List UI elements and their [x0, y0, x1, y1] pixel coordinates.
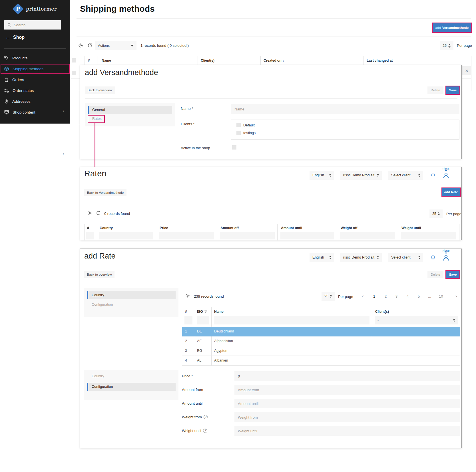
back-to-overview-button[interactable]: Back to overview: [85, 86, 115, 94]
weight-until-input[interactable]: [234, 426, 460, 436]
rates-column: Weight until: [398, 224, 459, 240]
per-page-select[interactable]: 25: [440, 41, 453, 50]
add-rate-button[interactable]: add Rate: [442, 188, 460, 196]
back-to-shop[interactable]: ← Shop: [5, 34, 25, 40]
amount-until-input[interactable]: [234, 399, 460, 408]
sidebar-item-label: Shop content: [13, 110, 35, 114]
name-input[interactable]: [231, 104, 459, 114]
delete-button[interactable]: Delete: [427, 271, 443, 278]
pagination-page[interactable]: 4: [407, 294, 409, 298]
weight-from-label: Weight from: [182, 415, 202, 419]
settings-gear-icon[interactable]: [87, 211, 92, 217]
table-row[interactable]: 2 AF Afghanistan: [182, 336, 460, 346]
name-filter-input[interactable]: [214, 316, 369, 324]
checkbox-default[interactable]: [236, 123, 241, 127]
per-page-select[interactable]: 25: [322, 292, 335, 301]
tab-general[interactable]: General: [88, 106, 172, 114]
instance-select[interactable]: rissc Demo Prod alt: [340, 253, 382, 262]
actions-dropdown[interactable]: Actions: [95, 41, 136, 50]
sidebar-item-label: Order status: [13, 88, 34, 93]
table-border: [71, 56, 471, 56]
active-in-shop-label: Active in the shop: [181, 146, 210, 150]
column-header: Client(s): [375, 310, 389, 314]
weight-from-input[interactable]: [234, 412, 460, 422]
rates-table: # Country Price Amount off Amount until: [84, 224, 459, 240]
column-filter[interactable]: [159, 232, 214, 239]
clients-filter-select[interactable]: -: [375, 316, 458, 324]
per-page-select[interactable]: 25: [429, 209, 443, 218]
column-filter[interactable]: [280, 232, 334, 239]
panel-add-rate: add Rate English rissc Demo Prod alt Sel…: [80, 249, 462, 448]
back-to-versandmethode-button[interactable]: Back to Versandmethode: [84, 189, 126, 196]
table-row[interactable]: 4 AL Albanien: [182, 356, 460, 366]
search-input[interactable]: [14, 23, 57, 27]
column-filter[interactable]: [220, 232, 275, 239]
app-logo[interactable]: P printformer: [13, 3, 57, 14]
tab-country[interactable]: Country: [87, 291, 176, 299]
active-in-shop-checkbox[interactable]: [232, 145, 236, 150]
pagination-page[interactable]: 5: [418, 294, 420, 298]
select-all-checkbox[interactable]: [72, 58, 76, 62]
settings-gear-icon[interactable]: [185, 293, 190, 299]
sidebar: P printformer ← Shop Products ‹ Shipping…: [0, 0, 70, 124]
amount-from-input[interactable]: [234, 385, 460, 395]
column-header[interactable]: #: [88, 59, 90, 62]
notification-bell-icon[interactable]: [430, 172, 436, 179]
save-button[interactable]: Save: [446, 271, 459, 278]
column-filter[interactable]: [401, 232, 456, 239]
sidebar-item-order-status[interactable]: Order status: [0, 85, 70, 96]
save-button[interactable]: Save: [446, 86, 459, 94]
table-row[interactable]: 3 EG Ägypten: [182, 346, 460, 356]
sidebar-item-products[interactable]: Products ‹: [0, 53, 70, 63]
refresh-icon[interactable]: [87, 43, 93, 49]
row-checkbox[interactable]: [72, 71, 76, 75]
client-select[interactable]: Select client: [388, 171, 423, 180]
column-filter[interactable]: [340, 232, 395, 239]
sidebar-item-addresses[interactable]: Addresses: [0, 96, 70, 107]
tab-country[interactable]: Country: [92, 374, 104, 378]
close-icon[interactable]: ×: [462, 66, 471, 75]
pagination-next[interactable]: >: [455, 294, 457, 298]
pagination-page[interactable]: 10: [439, 294, 443, 298]
tab-configuration[interactable]: Configuration: [87, 383, 176, 391]
user-menu[interactable]: rissc: [439, 167, 453, 179]
country-table: # ISO Name Client(s) - 1 DE Deutschland …: [182, 307, 460, 366]
column-filter[interactable]: [184, 316, 192, 324]
pagination-prev[interactable]: <: [362, 294, 364, 298]
column-header-sorted[interactable]: Created on ↓: [264, 59, 284, 62]
add-versandmethode-button[interactable]: add Versandmethode: [433, 23, 471, 32]
settings-gear-icon[interactable]: [78, 43, 83, 49]
sidebar-item-shop-content[interactable]: Shop content: [0, 107, 70, 118]
delete-button[interactable]: Delete: [427, 86, 443, 94]
column-filter[interactable]: [197, 316, 209, 324]
sidebar-item-orders[interactable]: Orders ‹: [0, 74, 70, 85]
notification-bell-icon[interactable]: [430, 255, 436, 261]
client-select[interactable]: Select client: [388, 253, 423, 262]
column-header[interactable]: Last changed at: [367, 59, 393, 62]
column-filter[interactable]: [86, 232, 94, 239]
column-header-iso[interactable]: ISO: [197, 310, 207, 314]
client-option-default[interactable]: Default: [236, 123, 255, 127]
price-input[interactable]: [234, 371, 460, 381]
table-row-selected[interactable]: 1 DE Deutschland: [182, 327, 460, 336]
instance-select[interactable]: rissc Demo Prod alt: [340, 171, 382, 180]
pagination-page[interactable]: 2: [385, 294, 387, 298]
column-header[interactable]: Client(s): [201, 59, 214, 62]
rates-column: Amount until: [278, 224, 337, 240]
user-menu[interactable]: rissc: [439, 249, 453, 261]
pagination-page[interactable]: 3: [395, 294, 397, 298]
tab-configuration[interactable]: Configuration: [92, 302, 113, 306]
language-select[interactable]: English: [310, 171, 334, 180]
pagination-page[interactable]: 1: [373, 294, 375, 298]
language-select[interactable]: English: [310, 253, 334, 262]
column-filter[interactable]: [99, 232, 153, 239]
client-option-testings[interactable]: testings: [236, 131, 256, 135]
sidebar-search[interactable]: [4, 20, 61, 30]
help-icon[interactable]: ?: [204, 415, 208, 419]
column-header[interactable]: Name: [102, 59, 111, 62]
back-to-overview-button[interactable]: Back to overview: [84, 271, 115, 278]
checkbox-testings[interactable]: [236, 131, 241, 135]
refresh-icon[interactable]: [96, 211, 101, 217]
sidebar-divider: [4, 49, 66, 49]
help-icon[interactable]: ?: [203, 429, 207, 433]
